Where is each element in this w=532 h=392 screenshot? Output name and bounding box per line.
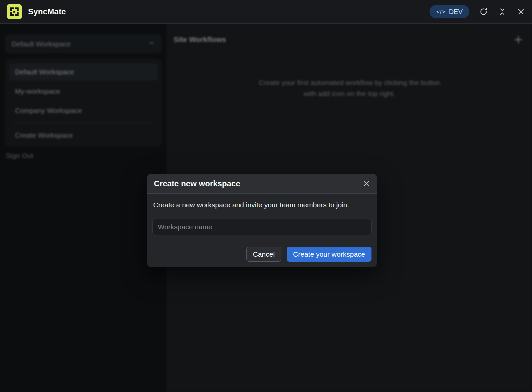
dialog-title: Create new workspace — [154, 179, 240, 188]
dev-mode-badge[interactable]: </> DEV — [430, 5, 469, 18]
cancel-button[interactable]: Cancel — [246, 247, 281, 262]
close-window-icon[interactable] — [517, 7, 525, 16]
code-icon: </> — [436, 9, 446, 15]
dialog-close-icon[interactable] — [363, 180, 370, 187]
create-workspace-button[interactable]: Create your workspace — [287, 247, 371, 262]
dialog-description: Create a new workspace and invite your t… — [153, 201, 371, 209]
titlebar-controls: </> DEV — [430, 5, 525, 18]
dialog-header: Create new workspace — [147, 174, 377, 194]
app-logo-icon — [7, 4, 22, 19]
app-title: SyncMate — [28, 7, 66, 16]
collapse-icon[interactable] — [498, 7, 507, 16]
dialog-body: Create a new workspace and invite your t… — [147, 194, 377, 267]
titlebar: SyncMate </> DEV — [0, 0, 532, 24]
dev-badge-label: DEV — [449, 8, 463, 15]
workspace-name-input[interactable] — [153, 219, 371, 235]
dialog-footer: Cancel Create your workspace — [153, 247, 371, 262]
create-workspace-dialog: Create new workspace Create a new worksp… — [147, 174, 377, 267]
refresh-icon[interactable] — [479, 7, 488, 16]
